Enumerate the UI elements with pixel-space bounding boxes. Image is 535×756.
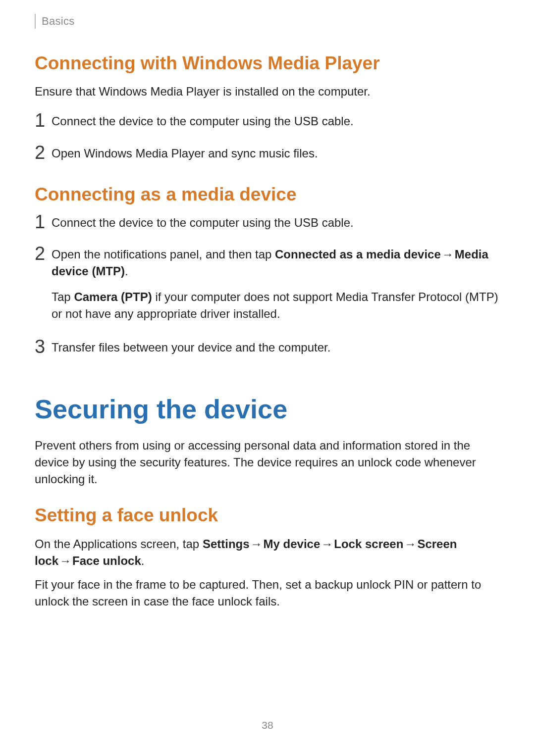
section-wmp: Connecting with Windows Media Player Ens… [35, 52, 500, 162]
face-unlock-path: On the Applications screen, tap Settings… [35, 536, 500, 569]
step-number: 1 [35, 212, 52, 231]
arrow-icon: → [250, 537, 264, 551]
step-text: Connect the device to the computer using… [52, 113, 500, 130]
wmp-steps: 1 Connect the device to the computer usi… [35, 113, 500, 161]
step-number: 3 [35, 337, 52, 356]
step-number: 1 [35, 111, 52, 130]
heading-media-device: Connecting as a media device [35, 184, 500, 205]
heading-wmp: Connecting with Windows Media Player [35, 52, 500, 74]
heading-securing: Securing the device [35, 395, 500, 424]
wmp-intro: Ensure that Windows Media Player is inst… [35, 83, 500, 100]
arrow-icon: → [320, 537, 334, 551]
manual-page: Basics Connecting with Windows Media Pla… [0, 0, 535, 756]
step-number: 2 [35, 143, 52, 162]
heading-face-unlock: Setting a face unlock [35, 504, 500, 526]
section-face-unlock: Setting a face unlock On the Application… [35, 504, 500, 610]
step-text: Transfer files between your device and t… [52, 339, 500, 356]
page-number: 38 [0, 719, 535, 731]
section-media-device: Connecting as a media device 1 Connect t… [35, 184, 500, 356]
step-text: Open the notifications panel, and then t… [52, 246, 500, 322]
list-item: 2 Open the notifications panel, and then… [35, 246, 500, 322]
list-item: 1 Connect the device to the computer usi… [35, 214, 500, 231]
section-label: Basics [42, 15, 75, 28]
media-steps: 1 Connect the device to the computer usi… [35, 214, 500, 356]
section-securing: Securing the device Prevent others from … [35, 395, 500, 488]
list-item: 2 Open Windows Media Player and sync mus… [35, 145, 500, 162]
step-text: Open Windows Media Player and sync music… [52, 145, 500, 162]
arrow-icon: → [403, 537, 417, 551]
step-text: Connect the device to the computer using… [52, 214, 500, 231]
list-item: 3 Transfer files between your device and… [35, 339, 500, 356]
arrow-icon: → [441, 248, 455, 261]
face-unlock-instructions: Fit your face in the frame to be capture… [35, 576, 500, 610]
header-divider [35, 14, 36, 29]
running-header: Basics [35, 14, 500, 29]
securing-intro: Prevent others from using or accessing p… [35, 437, 500, 488]
step-number: 2 [35, 244, 52, 263]
arrow-icon: → [58, 554, 72, 567]
list-item: 1 Connect the device to the computer usi… [35, 113, 500, 130]
